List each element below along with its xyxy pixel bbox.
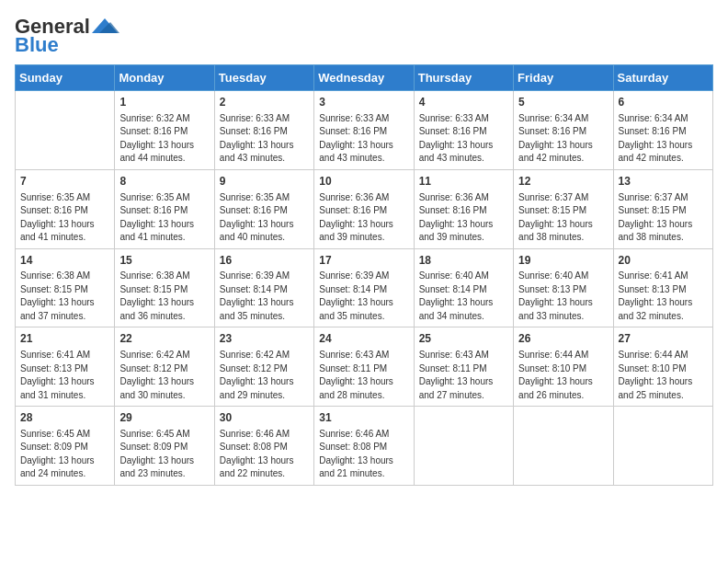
day-info: Sunrise: 6:36 AMSunset: 8:16 PMDaylight:… — [419, 191, 508, 245]
calendar-cell: 5Sunrise: 6:34 AMSunset: 8:16 PMDaylight… — [514, 91, 613, 170]
calendar-cell: 2Sunrise: 6:33 AMSunset: 8:16 PMDaylight… — [214, 91, 313, 170]
day-info: Sunrise: 6:34 AMSunset: 8:16 PMDaylight:… — [619, 112, 708, 166]
calendar-cell: 23Sunrise: 6:42 AMSunset: 8:12 PMDayligh… — [214, 327, 313, 407]
calendar-cell: 10Sunrise: 6:36 AMSunset: 8:16 PMDayligh… — [314, 169, 414, 248]
day-number: 22 — [119, 331, 209, 347]
day-info: Sunrise: 6:39 AMSunset: 8:14 PMDaylight:… — [220, 270, 309, 323]
calendar-cell: 25Sunrise: 6:43 AMSunset: 8:11 PMDayligh… — [414, 327, 513, 407]
calendar-cell: 26Sunrise: 6:44 AMSunset: 8:10 PMDayligh… — [514, 327, 613, 407]
day-number: 28 — [20, 410, 109, 426]
calendar-cell: 3Sunrise: 6:33 AMSunset: 8:16 PMDaylight… — [314, 91, 414, 170]
week-row-3: 14Sunrise: 6:38 AMSunset: 8:15 PMDayligh… — [16, 248, 713, 327]
day-number: 10 — [319, 174, 408, 190]
day-info: Sunrise: 6:46 AMSunset: 8:08 PMDaylight:… — [220, 428, 309, 481]
day-info: Sunrise: 6:35 AMSunset: 8:16 PMDaylight:… — [119, 191, 209, 245]
day-info: Sunrise: 6:41 AMSunset: 8:13 PMDaylight:… — [20, 349, 109, 402]
day-info: Sunrise: 6:32 AMSunset: 8:16 PMDaylight:… — [119, 112, 209, 166]
calendar-cell — [16, 91, 115, 170]
calendar-cell: 4Sunrise: 6:33 AMSunset: 8:16 PMDaylight… — [414, 91, 513, 170]
day-number: 6 — [619, 95, 708, 110]
day-info: Sunrise: 6:39 AMSunset: 8:14 PMDaylight:… — [319, 270, 408, 323]
calendar-cell: 22Sunrise: 6:42 AMSunset: 8:12 PMDayligh… — [115, 327, 214, 407]
week-row-2: 7Sunrise: 6:35 AMSunset: 8:16 PMDaylight… — [16, 169, 713, 248]
day-number: 12 — [518, 174, 608, 190]
calendar-cell: 7Sunrise: 6:35 AMSunset: 8:16 PMDaylight… — [16, 169, 115, 248]
day-info: Sunrise: 6:43 AMSunset: 8:11 PMDaylight:… — [419, 349, 508, 402]
day-number: 5 — [518, 95, 608, 110]
day-number: 14 — [20, 253, 109, 269]
calendar-cell: 14Sunrise: 6:38 AMSunset: 8:15 PMDayligh… — [16, 248, 115, 327]
calendar-cell: 20Sunrise: 6:41 AMSunset: 8:13 PMDayligh… — [613, 248, 712, 327]
day-number: 20 — [619, 253, 708, 269]
day-number: 21 — [20, 331, 109, 347]
day-number: 24 — [319, 331, 408, 347]
calendar-cell: 16Sunrise: 6:39 AMSunset: 8:14 PMDayligh… — [214, 248, 313, 327]
day-info: Sunrise: 6:45 AMSunset: 8:09 PMDaylight:… — [119, 428, 209, 481]
day-number: 30 — [220, 410, 309, 426]
day-number: 8 — [119, 174, 209, 190]
week-row-1: 1Sunrise: 6:32 AMSunset: 8:16 PMDaylight… — [16, 91, 713, 170]
day-info: Sunrise: 6:33 AMSunset: 8:16 PMDaylight:… — [220, 112, 309, 166]
day-info: Sunrise: 6:44 AMSunset: 8:10 PMDaylight:… — [518, 349, 608, 402]
day-number: 9 — [220, 174, 309, 190]
day-info: Sunrise: 6:34 AMSunset: 8:16 PMDaylight:… — [518, 112, 608, 166]
day-info: Sunrise: 6:37 AMSunset: 8:15 PMDaylight:… — [518, 191, 608, 245]
header-wednesday: Wednesday — [314, 65, 414, 91]
calendar-cell: 21Sunrise: 6:41 AMSunset: 8:13 PMDayligh… — [16, 327, 115, 407]
day-number: 17 — [319, 253, 408, 269]
day-number: 19 — [518, 253, 608, 269]
calendar-cell: 17Sunrise: 6:39 AMSunset: 8:14 PMDayligh… — [314, 248, 414, 327]
day-number: 2 — [220, 95, 309, 110]
day-info: Sunrise: 6:40 AMSunset: 8:14 PMDaylight:… — [419, 270, 508, 323]
header-tuesday: Tuesday — [214, 65, 313, 91]
calendar-cell — [414, 407, 513, 486]
day-info: Sunrise: 6:35 AMSunset: 8:16 PMDaylight:… — [20, 191, 109, 245]
header-sunday: Sunday — [16, 65, 115, 91]
calendar-cell: 15Sunrise: 6:38 AMSunset: 8:15 PMDayligh… — [115, 248, 214, 327]
day-info: Sunrise: 6:45 AMSunset: 8:09 PMDaylight:… — [20, 428, 109, 481]
calendar-cell: 13Sunrise: 6:37 AMSunset: 8:15 PMDayligh… — [613, 169, 712, 248]
calendar-cell — [514, 407, 613, 486]
day-info: Sunrise: 6:44 AMSunset: 8:10 PMDaylight:… — [619, 349, 708, 402]
day-number: 1 — [119, 95, 209, 110]
logo-blue: Blue — [15, 33, 59, 57]
logo: General Blue — [15, 15, 119, 57]
calendar-cell: 27Sunrise: 6:44 AMSunset: 8:10 PMDayligh… — [613, 327, 712, 407]
header-friday: Friday — [514, 65, 613, 91]
day-number: 4 — [419, 95, 508, 110]
calendar-cell: 28Sunrise: 6:45 AMSunset: 8:09 PMDayligh… — [16, 407, 115, 486]
header-monday: Monday — [115, 65, 214, 91]
calendar-header-row: SundayMondayTuesdayWednesdayThursdayFrid… — [16, 65, 713, 91]
day-number: 7 — [20, 174, 109, 190]
calendar-cell: 30Sunrise: 6:46 AMSunset: 8:08 PMDayligh… — [214, 407, 313, 486]
day-info: Sunrise: 6:42 AMSunset: 8:12 PMDaylight:… — [119, 349, 209, 402]
day-number: 27 — [619, 331, 708, 347]
calendar-cell: 31Sunrise: 6:46 AMSunset: 8:08 PMDayligh… — [314, 407, 414, 486]
day-info: Sunrise: 6:42 AMSunset: 8:12 PMDaylight:… — [220, 349, 309, 402]
calendar-cell: 19Sunrise: 6:40 AMSunset: 8:13 PMDayligh… — [514, 248, 613, 327]
calendar-cell — [613, 407, 712, 486]
calendar-cell: 29Sunrise: 6:45 AMSunset: 8:09 PMDayligh… — [115, 407, 214, 486]
calendar-cell: 9Sunrise: 6:35 AMSunset: 8:16 PMDaylight… — [214, 169, 313, 248]
page-header: General Blue — [15, 15, 713, 57]
calendar-cell: 24Sunrise: 6:43 AMSunset: 8:11 PMDayligh… — [314, 327, 414, 407]
day-info: Sunrise: 6:36 AMSunset: 8:16 PMDaylight:… — [319, 191, 408, 245]
day-number: 3 — [319, 95, 408, 110]
header-thursday: Thursday — [414, 65, 513, 91]
day-info: Sunrise: 6:38 AMSunset: 8:15 PMDaylight:… — [20, 270, 109, 323]
header-saturday: Saturday — [613, 65, 712, 91]
day-info: Sunrise: 6:33 AMSunset: 8:16 PMDaylight:… — [419, 112, 508, 166]
calendar-cell: 11Sunrise: 6:36 AMSunset: 8:16 PMDayligh… — [414, 169, 513, 248]
day-info: Sunrise: 6:35 AMSunset: 8:16 PMDaylight:… — [220, 191, 309, 245]
week-row-4: 21Sunrise: 6:41 AMSunset: 8:13 PMDayligh… — [16, 327, 713, 407]
day-info: Sunrise: 6:41 AMSunset: 8:13 PMDaylight:… — [619, 270, 708, 323]
calendar-table: SundayMondayTuesdayWednesdayThursdayFrid… — [15, 64, 713, 486]
week-row-5: 28Sunrise: 6:45 AMSunset: 8:09 PMDayligh… — [16, 407, 713, 486]
day-number: 31 — [319, 410, 408, 426]
calendar-cell: 6Sunrise: 6:34 AMSunset: 8:16 PMDaylight… — [613, 91, 712, 170]
day-number: 13 — [619, 174, 708, 190]
day-number: 18 — [419, 253, 508, 269]
day-info: Sunrise: 6:40 AMSunset: 8:13 PMDaylight:… — [518, 270, 608, 323]
day-info: Sunrise: 6:38 AMSunset: 8:15 PMDaylight:… — [119, 270, 209, 323]
calendar-cell: 12Sunrise: 6:37 AMSunset: 8:15 PMDayligh… — [514, 169, 613, 248]
